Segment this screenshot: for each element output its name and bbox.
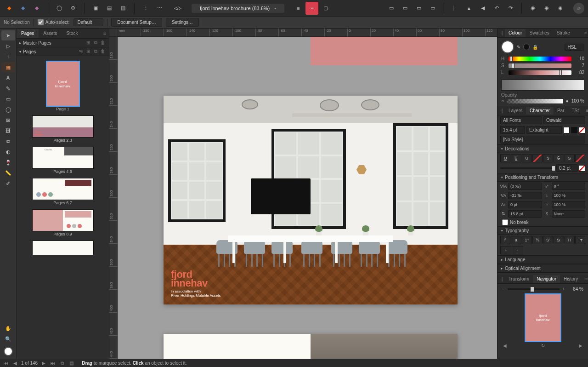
italic-alt-btn[interactable]: a bbox=[511, 236, 521, 244]
text-panel-menu-icon[interactable]: ≡ bbox=[582, 107, 588, 115]
arrange-front-icon[interactable]: ▭ bbox=[426, 2, 439, 15]
pages-dup-icon[interactable]: ⧉ bbox=[92, 49, 99, 54]
ruler-tool[interactable]: 📏 bbox=[1, 168, 15, 178]
autoselect-checkbox[interactable]: Auto-select: bbox=[38, 19, 70, 25]
arrange-backward-icon[interactable]: ▭ bbox=[399, 2, 412, 15]
status-func1-icon[interactable]: ⧉ bbox=[59, 361, 65, 366]
node-tool[interactable]: ▷ bbox=[1, 41, 15, 51]
positioning-header[interactable]: Positioning and Transform bbox=[505, 175, 558, 180]
sat-slider[interactable] bbox=[509, 63, 571, 68]
table-tool[interactable]: ▦ bbox=[1, 62, 15, 72]
opacity-slider[interactable] bbox=[507, 99, 563, 103]
transform-tab[interactable]: Transform bbox=[505, 275, 533, 283]
rotate-ccw-icon[interactable]: ↶ bbox=[490, 2, 503, 15]
swatches-tab[interactable]: Swatches bbox=[526, 29, 553, 37]
fill-swatch-icon[interactable] bbox=[1, 344, 15, 358]
link-icon[interactable]: ◉ bbox=[554, 2, 567, 15]
strike3-btn[interactable]: S bbox=[565, 154, 575, 162]
snapping-dropdown-icon[interactable]: ⋯ bbox=[153, 2, 166, 15]
typo-opt2-btn[interactable]: ▫ bbox=[512, 246, 523, 254]
document-setup-button[interactable]: Document Setup… bbox=[111, 18, 162, 27]
opacity-value[interactable]: 100 % bbox=[571, 98, 584, 103]
pages-del-icon[interactable]: 🗑 bbox=[100, 49, 106, 54]
view-hand-tool[interactable]: ✋ bbox=[1, 323, 15, 333]
first-page-icon[interactable]: ⏮ bbox=[3, 361, 9, 366]
strike-btn[interactable]: S bbox=[543, 154, 553, 162]
baseline-grid-icon[interactable]: ⋮ bbox=[139, 2, 152, 15]
lum-value[interactable]: 82 bbox=[574, 70, 584, 75]
tracking-field[interactable]: -31 ‰ bbox=[508, 192, 542, 199]
zoom-in-btn[interactable]: + bbox=[562, 287, 565, 292]
hue-slider[interactable] bbox=[509, 57, 571, 61]
baseline-field[interactable]: 0 pt bbox=[508, 201, 542, 208]
zoom-slider[interactable] bbox=[508, 288, 560, 290]
canvas-area[interactable]: mm-180-160-140-120-100-80-60-40-20020406… bbox=[109, 29, 497, 359]
ordinals-btn[interactable]: 1ˢ bbox=[522, 236, 532, 244]
nav-next-icon[interactable]: ▶ bbox=[579, 343, 582, 348]
text-bg-swatch[interactable] bbox=[571, 127, 577, 133]
optical-header[interactable]: Optical Alignment bbox=[505, 266, 541, 271]
leading-field[interactable]: 15.8 pt bbox=[508, 210, 542, 218]
smallcaps-btn[interactable]: Tᴛ bbox=[575, 236, 585, 244]
assets-tab[interactable]: Assets bbox=[39, 29, 62, 38]
dec-value-field[interactable]: 0.2 pt bbox=[556, 164, 577, 172]
arrange-forward-icon[interactable]: ▭ bbox=[413, 2, 425, 15]
master-add-icon[interactable]: ⊞ bbox=[85, 40, 91, 46]
ungroup-icon[interactable]: ◉ bbox=[540, 2, 553, 15]
shear-field[interactable]: 0 ° bbox=[552, 183, 586, 190]
ruler-horizontal[interactable]: mm-180-160-140-120-100-80-60-40-20020406… bbox=[118, 29, 497, 37]
double-underline-btn[interactable]: U̲ bbox=[511, 154, 521, 162]
subscript-btn[interactable]: Sᵢ bbox=[554, 236, 564, 244]
superscript-btn[interactable]: Sⁱ bbox=[543, 236, 553, 244]
flip-v-icon[interactable]: ◀ bbox=[476, 2, 489, 15]
status-func2-icon[interactable]: ▤ bbox=[68, 361, 74, 366]
ligatures-btn[interactable]: fi bbox=[500, 236, 510, 244]
page-thumb-23[interactable]: fjordinnehav bbox=[33, 116, 93, 137]
app-publisher-icon[interactable]: ◆ bbox=[3, 2, 16, 15]
ruler-vertical[interactable]: 1802002202402602803003203403603804004204… bbox=[109, 37, 118, 359]
text-stroke-swatch[interactable] bbox=[579, 127, 585, 133]
font-size-field[interactable]: 15.4 pt bbox=[500, 126, 525, 134]
preview-mode-icon[interactable]: ▢ bbox=[319, 2, 332, 15]
document-tab[interactable]: fjord-innehav-brochure (83.6%) • bbox=[192, 4, 284, 13]
history-tab[interactable]: History bbox=[560, 275, 582, 283]
nobreak-checkbox[interactable] bbox=[502, 219, 508, 225]
master-dup-icon[interactable]: ⧉ bbox=[92, 40, 99, 46]
typo-opt1-btn[interactable]: ▫ bbox=[500, 246, 511, 254]
pen-tool[interactable]: ✎ bbox=[1, 83, 15, 93]
app-photo-icon[interactable]: ◆ bbox=[30, 2, 43, 15]
font-family-dropdown[interactable]: Oswald bbox=[543, 116, 585, 124]
page-thumb-45[interactable]: Contents bbox=[33, 147, 93, 168]
picture-frame-tool[interactable]: ⊠ bbox=[1, 115, 15, 125]
preferences-icon[interactable]: ⚙ bbox=[67, 2, 79, 15]
panel-collapse-icon[interactable]: ∥ bbox=[498, 29, 505, 37]
colour-tab[interactable]: Colour bbox=[505, 29, 526, 37]
nav-panel-collapse-icon[interactable]: ∥ bbox=[498, 275, 505, 283]
dec-color-swatch[interactable] bbox=[579, 165, 585, 172]
page-thumb-89[interactable] bbox=[33, 210, 93, 231]
nav-rotate-icon[interactable]: ↻ bbox=[541, 343, 545, 348]
next-page-icon[interactable]: ▶ bbox=[40, 361, 47, 366]
align-left-icon[interactable]: ⎸ bbox=[449, 2, 462, 15]
textstyles-tab[interactable]: TSt bbox=[568, 107, 582, 115]
flip-h-icon[interactable]: ▲ bbox=[463, 2, 475, 15]
dec-slider[interactable] bbox=[500, 167, 555, 169]
color-model-dropdown[interactable]: HSL bbox=[565, 44, 584, 51]
font-weight-dropdown[interactable]: Extralight bbox=[526, 126, 562, 134]
page-thumb-next[interactable] bbox=[33, 241, 93, 255]
page-counter[interactable]: 1 of 146 bbox=[21, 361, 38, 366]
rotate-cw-icon[interactable]: ↷ bbox=[504, 2, 517, 15]
preflight-icon[interactable]: </> bbox=[171, 2, 184, 15]
spread-preview-next[interactable]: SECTION 01 bbox=[164, 334, 458, 359]
text-panel-collapse-icon[interactable]: ∥ bbox=[498, 107, 505, 115]
decorations-header[interactable]: Decorations bbox=[505, 146, 529, 151]
place-image-tool[interactable]: 🖼 bbox=[1, 126, 15, 136]
nav-prev-icon[interactable]: ◀ bbox=[503, 343, 507, 348]
last-page-icon[interactable]: ⏭ bbox=[50, 361, 56, 366]
app-designer-icon[interactable]: ◆ bbox=[17, 2, 29, 15]
zoom-out-btn[interactable]: − bbox=[502, 287, 505, 292]
spread-main[interactable]: fjord innehav in association withRiver H… bbox=[164, 96, 458, 304]
spread-preview-prev[interactable] bbox=[311, 37, 458, 65]
underline-color-btn[interactable]: U bbox=[522, 154, 532, 162]
view-mode-icon[interactable]: ◯ bbox=[53, 2, 66, 15]
